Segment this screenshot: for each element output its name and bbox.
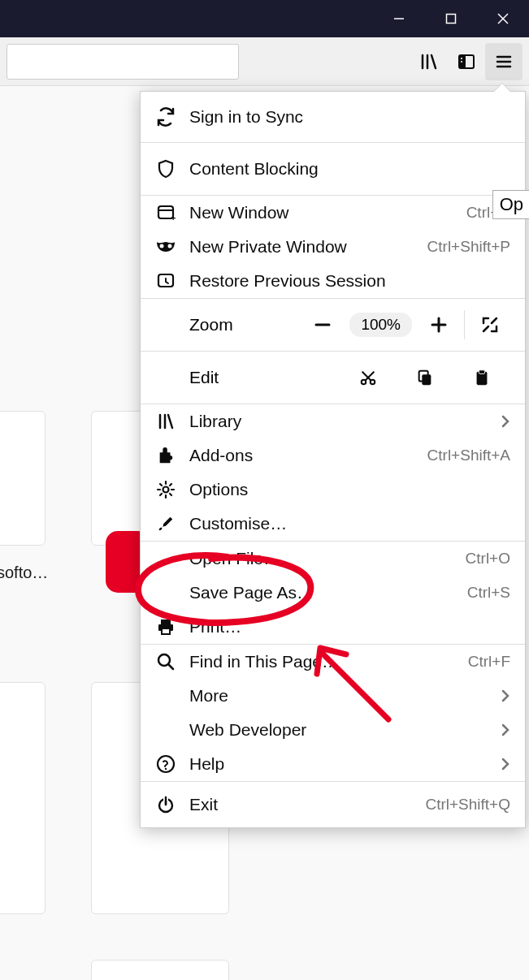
sync-menu-item[interactable]: Sign in to Sync [141,92,525,142]
menu-shortcut: Ctrl+Shift+Q [425,796,510,814]
hamburger-menu-button[interactable] [485,43,522,80]
copy-icon [416,369,434,386]
shield-icon [155,158,176,179]
sidebar-toolbar-button[interactable] [448,43,485,80]
puzzle-icon [155,445,176,466]
zoom-controls: Zoom 100% [141,299,525,351]
zoom-label: Zoom [189,315,302,335]
menu-shortcut: Ctrl+O [466,550,510,568]
menu-label: Restore Previous Session [189,271,510,291]
menu-label: New Private Window [189,237,427,257]
menu-shortcut: Ctrl+Shift+P [427,238,510,256]
svg-point-17 [160,244,164,248]
menu-label: Exit [189,795,425,814]
library-toolbar-button[interactable] [410,43,448,80]
exit-menu-item[interactable]: Exit Ctrl+Shift+Q [141,782,525,827]
svg-rect-27 [422,374,431,385]
svg-rect-43 [161,620,171,624]
svg-point-49 [165,768,167,770]
menu-arrow [494,84,510,92]
new-window-menu-item[interactable]: + New Window Ctrl+N [141,196,525,230]
maximize-button[interactable] [425,0,477,37]
svg-line-47 [168,664,173,669]
paste-button[interactable] [453,357,510,398]
menu-label: Print… [189,617,510,637]
addons-menu-item[interactable]: Add-ons Ctrl+Shift+A [141,438,525,473]
help-icon [155,753,176,775]
new-private-window-menu-item[interactable]: New Private Window Ctrl+Shift+P [141,230,525,264]
svg-line-41 [160,494,162,495]
restore-session-menu-item[interactable]: Restore Previous Session [141,264,525,298]
menu-shortcut: Ctrl+F [468,653,510,671]
hamburger-icon [494,52,514,71]
sidebar-icon [457,52,476,71]
open-file-menu-item[interactable]: Open File… Ctrl+O [141,542,525,576]
save-page-menu-item[interactable]: Save Page As… Ctrl+S [141,576,525,610]
library-icon [419,52,439,71]
menu-label: Help [189,754,501,774]
content-blocking-menu-item[interactable]: Content Blocking [141,143,525,195]
zoom-in-button[interactable] [418,304,459,345]
svg-line-33 [168,415,172,428]
clipboard-icon [473,369,491,386]
menu-label: Content Blocking [189,159,510,179]
paintbrush-icon [155,513,176,534]
library-icon [155,411,176,432]
scissors-icon [359,369,377,386]
url-input[interactable] [7,44,239,80]
site-label: y [130,563,138,582]
menu-shortcut: Ctrl+S [467,584,510,602]
site-label: softo… [0,563,48,582]
fullscreen-button[interactable] [470,304,510,345]
more-menu-item[interactable]: More [141,679,525,713]
highlight-card[interactable] [91,960,229,980]
menu-label: More [189,686,501,706]
menu-label: Customise… [189,514,510,533]
svg-point-18 [168,244,172,248]
printer-icon [155,616,176,637]
svg-line-42 [170,484,171,486]
chevron-right-icon [501,757,510,771]
menu-label: New Window [189,203,466,222]
chevron-right-icon [501,689,510,703]
edit-controls: Edit [141,352,525,404]
library-menu-item[interactable]: Library [141,404,525,438]
customise-menu-item[interactable]: Customise… [141,507,525,541]
svg-text:+: + [171,213,176,222]
web-developer-menu-item[interactable]: Web Developer [141,713,525,747]
tooltip: Op [492,190,529,219]
svg-point-34 [163,487,169,493]
search-icon [155,651,176,672]
zoom-out-button[interactable] [302,304,343,345]
menu-label: Save Page As… [189,583,467,602]
svg-rect-1 [447,15,456,24]
menu-label: Library [189,412,501,431]
chevron-right-icon [501,723,510,737]
svg-rect-45 [162,628,170,634]
window-icon: + [155,202,176,223]
options-menu-item[interactable]: Options [141,473,525,507]
close-window-button[interactable] [477,0,529,37]
menu-label: Web Developer [189,720,501,740]
svg-line-40 [170,494,171,495]
help-menu-item[interactable]: Help [141,747,525,781]
edit-label: Edit [189,368,340,387]
application-menu: Sign in to Sync Content Blocking + New W… [140,91,526,828]
highlight-card[interactable] [0,682,46,914]
menu-shortcut: Ctrl+Shift+A [427,447,510,464]
cut-button[interactable] [340,357,397,398]
minimize-button[interactable] [373,0,425,37]
zoom-reset-button[interactable]: 100% [349,313,412,337]
find-menu-item[interactable]: Find in This Page… Ctrl+F [141,645,525,679]
print-menu-item[interactable]: Print… [141,610,525,644]
svg-line-39 [160,484,162,486]
svg-point-9 [461,58,462,59]
top-site-card[interactable] [0,411,46,546]
browser-toolbar [0,37,529,86]
page-content: softo… y Sign in to Sync Content Blockin… [0,86,529,980]
restore-icon [155,270,176,291]
chevron-right-icon [501,414,510,429]
menu-label: Options [189,480,510,499]
copy-button[interactable] [397,357,453,398]
sync-icon [155,106,176,127]
